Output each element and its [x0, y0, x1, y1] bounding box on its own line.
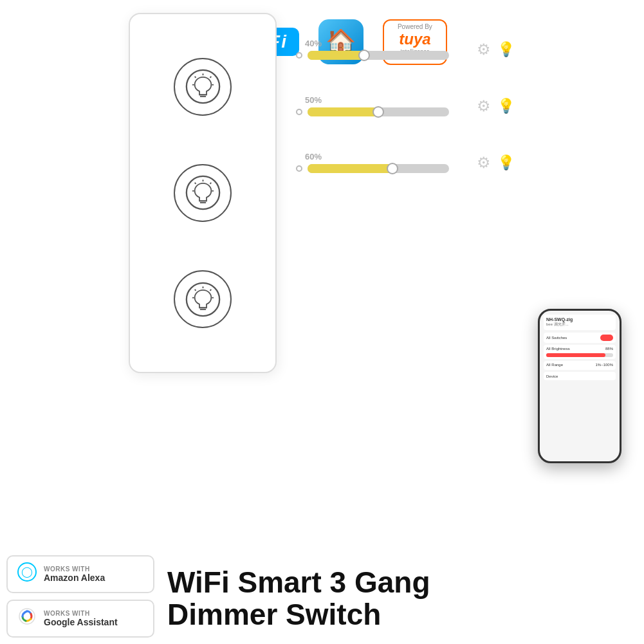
slider-3-track[interactable]: [308, 164, 449, 173]
slider-3-pct: 60%: [305, 152, 322, 161]
slider-1-pct: 40%: [305, 39, 322, 48]
gear-icon-3: ⚙: [477, 154, 491, 172]
svg-line-5: [194, 77, 196, 78]
bulb-icon-2: 💡: [497, 98, 515, 115]
light-button-3[interactable]: [174, 270, 232, 328]
slider-1-track[interactable]: [308, 51, 449, 60]
phone-brightness-val: 88%: [605, 347, 613, 352]
google-works-with: WORKS WITH: [44, 610, 118, 617]
slider-container-3: 60%: [296, 152, 470, 173]
light-button-1[interactable]: [174, 58, 232, 116]
sliders-area: 40% ⚙ 💡 50% ⚙ 💡: [296, 19, 515, 205]
slider-container-2: 50%: [296, 95, 470, 116]
alexa-brand-name: Amazon Alexa: [44, 573, 105, 583]
phone-brightness-fill: [546, 353, 605, 357]
phone-header: NH-SWQ-zig bee 调光开...: [544, 315, 616, 330]
phone-screen: NH-SWQ-zig bee 调光开... All Switches All B…: [540, 311, 620, 461]
svg-line-21: [194, 290, 196, 291]
bottom-section: ◯ WORKS WITH Amazon Alexa WORKS WIT: [0, 515, 644, 644]
phone-brightness-label: All Brightness: [546, 347, 570, 351]
alexa-works-with: WORKS WITH: [44, 566, 105, 573]
svg-line-13: [194, 183, 196, 184]
product-title: WiFi Smart 3 Gang Dimmer Switch: [167, 566, 430, 631]
google-badge-text: WORKS WITH Google Assistant: [44, 610, 118, 627]
phone-toggle-row: All Switches: [544, 333, 616, 343]
light-button-2[interactable]: [174, 164, 232, 222]
slider-row-2: 50% ⚙ 💡: [296, 95, 515, 116]
svg-line-4: [210, 77, 211, 78]
slider-2-thumb[interactable]: [373, 106, 384, 118]
phone-title: NH-SWQ-zig: [546, 317, 613, 322]
svg-text:◯: ◯: [21, 566, 33, 578]
slider-container-1: 40%: [296, 39, 470, 60]
slider-row-3: 60% ⚙ 💡: [296, 152, 515, 173]
gear-icon-2: ⚙: [477, 97, 491, 115]
slider-2-track[interactable]: [308, 107, 449, 116]
badges-column: ◯ WORKS WITH Amazon Alexa WORKS WIT: [6, 555, 154, 638]
phone-subtitle: bee 调光开...: [546, 322, 613, 327]
alexa-icon: ◯: [17, 562, 37, 587]
slider-3-fill: [308, 164, 392, 173]
gear-icon-1: ⚙: [477, 41, 491, 59]
bulb-icon-3: 💡: [497, 154, 515, 171]
bulb-icon-1: 💡: [497, 41, 515, 58]
phone-mockup: NH-SWQ-zig bee 调光开... All Switches All B…: [538, 309, 621, 463]
alexa-badge-text: WORKS WITH Amazon Alexa: [44, 566, 105, 583]
slider-2-fill: [308, 107, 378, 116]
phone-toggle[interactable]: [600, 335, 613, 341]
svg-line-12: [210, 183, 211, 184]
phone-brightness-row: All Brightness 88%: [544, 345, 616, 359]
phone-all-switches-label: All Switches: [546, 336, 567, 340]
slider-1-fill: [308, 51, 364, 60]
slider-3-thumb[interactable]: [387, 163, 398, 174]
phone-range-row: All Range 1%~100%: [544, 361, 616, 370]
slider-row-1: 40% ⚙ 💡: [296, 39, 515, 60]
switch-panel: [129, 13, 277, 373]
phone-device-row: Device: [544, 372, 616, 380]
phone-range-val: 1%~100%: [595, 363, 613, 368]
slider-2-pct: 50%: [305, 95, 322, 105]
phone-brightness-bar[interactable]: [546, 353, 613, 357]
slider-1-thumb[interactable]: [358, 50, 370, 61]
product-title-line1: WiFi Smart 3 Gang: [167, 566, 430, 599]
google-icon: [17, 606, 37, 631]
alexa-badge: ◯ WORKS WITH Amazon Alexa: [6, 555, 154, 593]
phone-device-label: Device: [546, 374, 558, 378]
svg-line-20: [210, 290, 211, 291]
phone-range-label: All Range: [546, 363, 563, 367]
google-brand-name: Google Assistant: [44, 617, 118, 627]
product-title-line2: Dimmer Switch: [167, 598, 430, 631]
google-badge: WORKS WITH Google Assistant: [6, 600, 154, 638]
